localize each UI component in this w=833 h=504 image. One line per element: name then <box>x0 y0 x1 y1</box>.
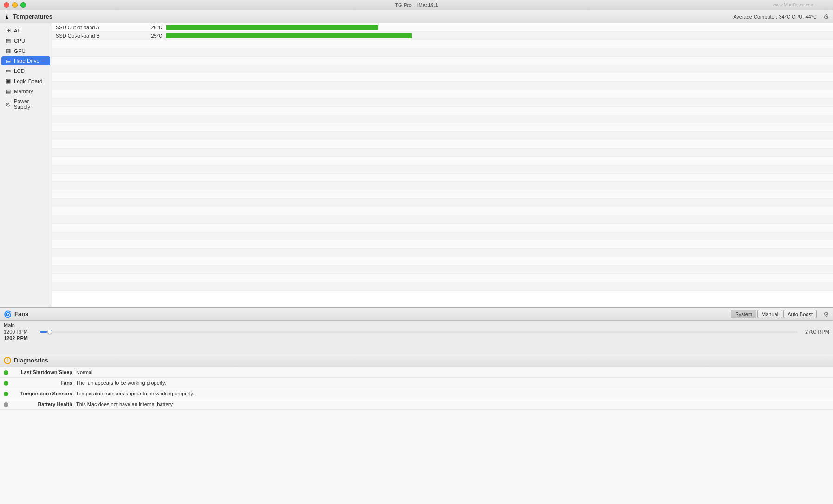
sidebar-item-all[interactable]: ⊞ All <box>1 26 50 35</box>
temp-bar-container-ssd-a <box>166 25 829 30</box>
temp-row-ssd-b: SSD Out-of-band B 25°C <box>52 32 833 40</box>
app-body: 🌡 Temperatures Average Computer: 34°C CP… <box>0 10 833 504</box>
diag-row-tempsensors: Temperature Sensors Temperature sensors … <box>0 388 833 399</box>
fan-icon: 🌀 <box>4 310 12 318</box>
empty-row <box>52 82 833 90</box>
lcd-icon: ▭ <box>5 68 12 74</box>
gpu-icon: ▦ <box>5 48 12 54</box>
sidebar-item-powersupply[interactable]: ◎ Power Supply <box>1 97 50 111</box>
empty-row <box>52 140 833 149</box>
sidebar-label-lcd: LCD <box>14 68 25 74</box>
fan-min-rpm: 1200 RPM <box>4 329 36 335</box>
empty-row <box>52 215 833 224</box>
temperatures-title: Temperatures <box>13 13 52 20</box>
temp-bar-ssd-b <box>166 33 412 38</box>
diag-dot-battery <box>4 402 8 407</box>
empty-row <box>52 48 833 57</box>
sidebar-item-memory[interactable]: ▤ Memory <box>1 86 50 96</box>
temp-name-ssd-b: SSD Out-of-band B <box>56 33 139 39</box>
diag-label-shutdown: Last Shutdown/Sleep <box>12 369 72 375</box>
diag-value-shutdown: Normal <box>76 369 829 375</box>
temp-row-ssd-a: SSD Out-of-band A 26°C <box>52 23 833 32</box>
titlebar: TG Pro – iMac19,1 www.MacDown.com <box>0 0 833 10</box>
empty-row <box>52 149 833 157</box>
sidebar-item-cpu[interactable]: ▤ CPU <box>1 36 50 45</box>
empty-row <box>52 199 833 207</box>
empty-row <box>52 182 833 190</box>
sidebar-label-memory: Memory <box>14 89 33 94</box>
temperatures-content: SSD Out-of-band A 26°C SSD Out-of-band B… <box>52 23 833 307</box>
diagnostics-icon: ! <box>4 357 11 364</box>
header-stats: Average Computer: 34°C CPU: 44°C <box>733 14 817 19</box>
logicboard-icon: ▣ <box>5 78 12 84</box>
sidebar-label-powersupply: Power Supply <box>14 98 46 110</box>
fans-section: 🌀 Fans System Manual Auto Boost ⚙ Main 1… <box>0 307 833 354</box>
fan-slider-thumb[interactable] <box>47 330 52 334</box>
empty-row <box>52 73 833 82</box>
empty-row <box>52 115 833 123</box>
diag-value-fans: The fan appears to be working properly. <box>76 380 829 386</box>
temperatures-body: ⊞ All ▤ CPU ▦ GPU 🖴 Hard Drive ▭ LCD <box>0 23 833 307</box>
window-title: TG Pro – iMac19,1 <box>395 2 438 8</box>
empty-row <box>52 57 833 65</box>
fan-current-rpm: 1202 RPM <box>4 336 829 341</box>
thermometer-icon: 🌡 <box>4 13 10 20</box>
temperatures-gear-icon[interactable]: ⚙ <box>823 13 829 20</box>
diag-row-battery: Battery Health This Mac does not have an… <box>0 399 833 410</box>
sidebar-label-logicboard: Logic Board <box>14 78 42 84</box>
diag-value-battery: This Mac does not have an internal batte… <box>76 401 829 407</box>
minimize-button[interactable] <box>12 2 18 8</box>
sidebar-item-lcd[interactable]: ▭ LCD <box>1 66 50 76</box>
empty-row <box>52 282 833 291</box>
sidebar-label-cpu: CPU <box>14 38 25 44</box>
sidebar-item-harddrive[interactable]: 🖴 Hard Drive <box>1 56 50 65</box>
window-controls <box>4 2 26 8</box>
memory-icon: ▤ <box>5 88 12 94</box>
fans-gear-icon[interactable]: ⚙ <box>823 310 829 318</box>
sidebar-item-logicboard[interactable]: ▣ Logic Board <box>1 76 50 86</box>
temperatures-section: 🌡 Temperatures Average Computer: 34°C CP… <box>0 10 833 307</box>
fans-manual-button[interactable]: Manual <box>757 310 782 318</box>
close-button[interactable] <box>4 2 9 8</box>
temp-bar-ssd-a <box>166 25 378 30</box>
diagnostics-title: Diagnostics <box>14 357 48 364</box>
empty-row <box>52 90 833 98</box>
maximize-button[interactable] <box>20 2 26 8</box>
fan-max-rpm: 2700 RPM <box>801 329 829 335</box>
empty-row <box>52 257 833 265</box>
sidebar-item-gpu[interactable]: ▦ GPU <box>1 46 50 56</box>
diag-row-shutdown: Last Shutdown/Sleep Normal <box>0 367 833 378</box>
diag-dot-fans <box>4 381 8 386</box>
fans-body: Main 1200 RPM 2700 RPM 1202 RPM <box>0 321 833 343</box>
fans-title: Fans <box>14 310 28 317</box>
empty-row <box>52 232 833 240</box>
empty-row <box>52 40 833 48</box>
diag-label-fans: Fans <box>12 380 72 386</box>
fans-autoboost-button[interactable]: Auto Boost <box>783 310 817 318</box>
empty-row <box>52 249 833 257</box>
sidebar-label-harddrive: Hard Drive <box>14 58 39 64</box>
temp-value-ssd-b: 25°C <box>139 33 162 39</box>
empty-row <box>52 107 833 115</box>
cpu-icon: ▤ <box>5 38 12 44</box>
powersupply-icon: ◎ <box>5 101 12 107</box>
empty-row <box>52 274 833 282</box>
all-icon: ⊞ <box>5 27 12 33</box>
temperatures-header: 🌡 Temperatures Average Computer: 34°C CP… <box>0 10 833 23</box>
fans-system-button[interactable]: System <box>731 310 756 318</box>
watermark-text: www.MacDown.com <box>773 2 814 7</box>
diag-value-tempsensors: Temperature sensors appear to be working… <box>76 391 829 396</box>
sidebar: ⊞ All ▤ CPU ▦ GPU 🖴 Hard Drive ▭ LCD <box>0 23 52 307</box>
temp-value-ssd-a: 26°C <box>139 25 162 30</box>
fan-slider-fill <box>40 331 47 333</box>
temp-name-ssd-a: SSD Out-of-band A <box>56 25 139 30</box>
empty-row <box>52 123 833 132</box>
empty-row <box>52 190 833 199</box>
empty-row <box>52 174 833 182</box>
empty-row <box>52 265 833 274</box>
empty-row <box>52 207 833 215</box>
fan-slider-track[interactable] <box>40 331 798 333</box>
sidebar-label-gpu: GPU <box>14 48 26 54</box>
fan-slider-row: 1200 RPM 2700 RPM <box>4 329 829 335</box>
empty-row <box>52 65 833 73</box>
